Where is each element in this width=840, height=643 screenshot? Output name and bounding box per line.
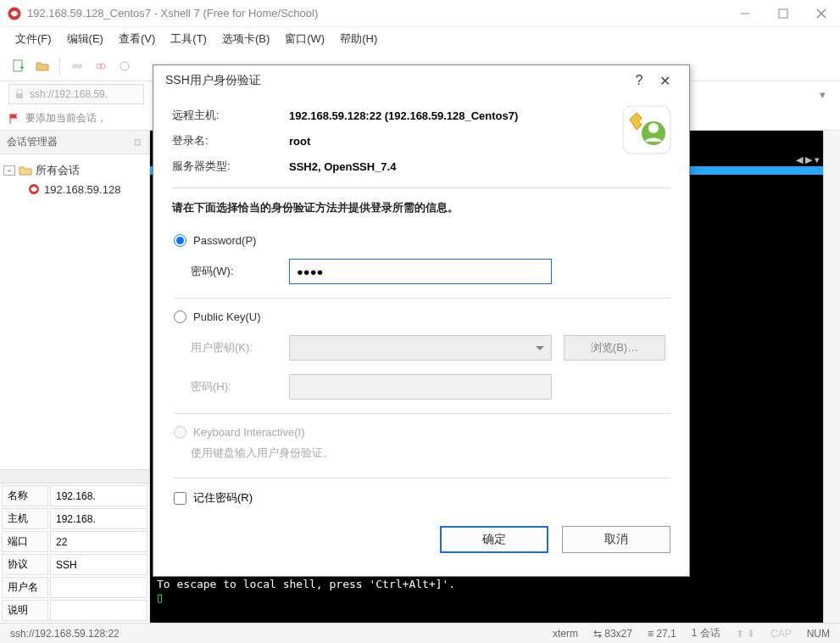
userkey-combo [289,335,552,361]
divider [174,413,670,414]
dialog-title: SSH用户身份验证 [165,73,261,88]
keyboard-interactive-note: 使用键盘输入用户身份验证。 [174,445,670,461]
menu-window[interactable]: 窗口(W) [278,29,331,49]
sidebar-pin-icon[interactable]: ⊡ [134,137,142,147]
divider [174,478,670,478]
quick-hint: 要添加当前会话， [25,111,107,126]
title-bar: 192.168.59.128_Centos7 - Xshell 7 (Free … [0,0,840,27]
menu-file[interactable]: 文件(F) [8,29,58,49]
minimize-button[interactable] [726,0,764,27]
passphrase-input [289,374,552,400]
connect-icon[interactable] [67,56,87,76]
svg-text:+: + [19,63,25,72]
status-term: xterm [553,628,578,640]
svg-point-14 [648,123,659,133]
session-properties: 名称192.168. 主机192.168. 端口22 协议SSH 用户名 说明 [0,483,149,623]
menu-view[interactable]: 查看(V) [112,29,162,49]
status-bar: ssh://192.168.59.128:22 xterm ⇆ 83x27 ≡ … [0,623,840,643]
prop-user-key: 用户名 [2,577,48,598]
flag-icon [8,113,20,125]
password-input[interactable] [289,259,552,284]
dialog-close-button[interactable]: ✕ [652,73,677,89]
lock-icon [14,89,25,99]
session-tree: − 所有会话 192.168.59.128 [0,154,149,469]
userkey-label: 用户密钥(K): [191,340,289,355]
prop-name-val: 192.168. [50,485,147,506]
status-arrows: ⬆ ⬇ [736,628,755,640]
maximize-button[interactable] [764,0,802,27]
svg-rect-10 [16,93,23,98]
remember-password-label: 记住密码(R) [193,490,253,506]
server-type-value: SSH2, OpenSSH_7.4 [289,160,396,173]
remember-password-input[interactable] [174,492,186,505]
address-dropdown-icon[interactable]: ▾ [820,88,832,101]
app-icon [7,6,22,21]
dialog-help-button[interactable]: ? [626,73,652,88]
status-cap: CAP [770,628,792,640]
new-file-icon[interactable]: + [8,56,29,76]
session-manager-sidebar: 会话管理器 ⊡ − 所有会话 192.168.59.128 名称192.168.… [0,131,150,623]
keyboard-interactive-radio: Keyboard Interactive(I) [174,426,670,439]
cancel-button[interactable]: 取消 [562,526,670,553]
terminal-cursor: ▯ [157,591,163,604]
divider [172,187,670,188]
svg-point-8 [77,64,82,69]
menu-help[interactable]: 帮助(H) [333,29,384,49]
password-field-label: 密码(W): [191,264,289,279]
password-radio-input[interactable] [174,234,186,247]
menu-tabs[interactable]: 选项卡(B) [215,29,276,49]
close-window-button[interactable] [802,0,840,27]
folder-icon [19,164,32,177]
prop-desc-val [50,600,147,621]
collapse-icon[interactable]: − [3,165,15,176]
terminal-hint: To escape to local shell, press 'Ctrl+Al… [157,578,455,590]
address-text: ssh://192.168.59. [30,88,108,100]
password-radio[interactable]: Password(P) [174,234,670,247]
login-value: root [289,135,310,148]
session-icon [27,182,41,196]
publickey-radio-label: Public Key(U) [193,310,260,323]
remote-host-label: 远程主机: [172,108,289,123]
prop-proto-val: SSH [50,554,147,575]
link-icon[interactable] [91,56,111,76]
sidebar-title: 会话管理器 [7,135,58,149]
disconnect-icon[interactable] [114,56,135,76]
password-radio-label: Password(P) [193,234,256,247]
browse-button: 浏览(B)… [564,335,665,361]
prop-desc-key: 说明 [2,600,48,621]
status-uri: ssh://192.168.59.128:22 [10,628,120,640]
server-type-label: 服务器类型: [172,159,289,174]
prop-user-val [50,577,147,598]
status-pos: ≡ 27,1 [648,628,676,640]
publickey-radio-input[interactable] [174,310,186,323]
login-label: 登录名: [172,133,289,148]
passphrase-label: 密码(H): [191,379,289,394]
keyboard-interactive-radio-input [174,426,186,439]
open-folder-icon[interactable] [32,56,53,76]
window-title: 192.168.59.128_Centos7 - Xshell 7 (Free … [27,7,726,20]
tree-root[interactable]: − 所有会话 [3,161,146,180]
tree-session-item[interactable]: 192.168.59.128 [3,180,146,198]
publickey-radio[interactable]: Public Key(U) [174,310,670,323]
status-num: NUM [807,628,830,640]
auth-user-icon [621,104,672,155]
prop-name-key: 名称 [2,485,48,506]
remember-password-checkbox[interactable]: 记住密码(R) [174,490,670,506]
svg-point-7 [72,64,77,69]
menu-edit[interactable]: 编辑(E) [60,29,110,49]
instruction-text: 请在下面选择恰当的身份验证方法并提供登录所需的信息。 [172,200,670,215]
tab-arrows[interactable]: ◀ ▶ ▾ [796,154,820,165]
address-input[interactable]: ssh://192.168.59. [8,84,144,104]
sidebar-scrollbar[interactable] [0,469,149,483]
ok-button[interactable]: 确定 [440,526,548,553]
prop-port-val: 22 [50,531,147,552]
prop-proto-key: 协议 [2,554,48,575]
tree-root-label: 所有会话 [36,163,80,178]
svg-rect-2 [779,9,787,18]
sidebar-header: 会话管理器 ⊡ [0,131,149,154]
right-pane [823,131,840,623]
menu-tools[interactable]: 工具(T) [164,29,214,49]
status-size: ⇆ 83x27 [593,628,632,640]
prop-port-key: 端口 [2,531,48,552]
keyboard-interactive-label: Keyboard Interactive(I) [193,426,305,439]
